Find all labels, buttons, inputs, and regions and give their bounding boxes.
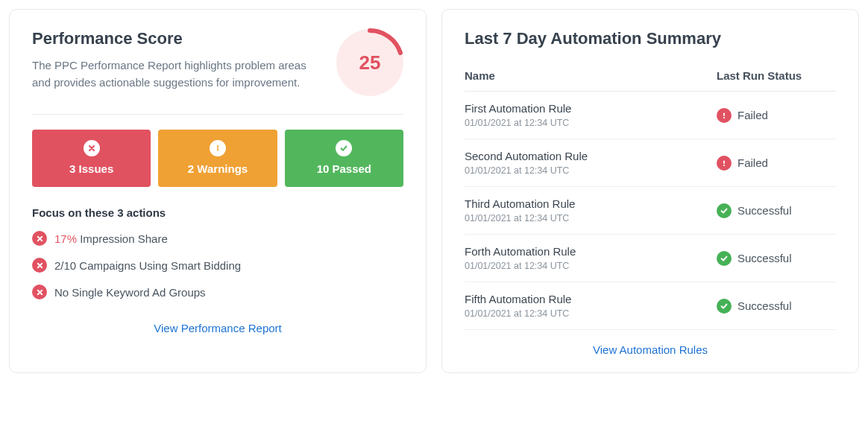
automation-rule-name: First Automation Rule <box>465 102 717 115</box>
performance-header: Performance Score The PPC Performance Re… <box>32 29 403 96</box>
svg-rect-2 <box>723 112 725 116</box>
focus-action-text: 17% Impression Share <box>54 232 168 245</box>
automation-title: Last 7 Day Automation Summary <box>465 29 836 48</box>
automation-rule-name: Second Automation Rule <box>465 150 717 162</box>
performance-description: The PPC Performance Report highlights pr… <box>32 57 324 91</box>
focus-action-text: 2/10 Campaigns Using Smart Bidding <box>54 259 241 272</box>
automation-row: Third Automation Rule 01/01/2021 at 12:3… <box>465 187 836 235</box>
automation-rule-timestamp: 01/01/2021 at 12:34 UTC <box>465 261 717 271</box>
svg-rect-1 <box>217 147 218 150</box>
issues-label: 3 Issues <box>69 162 113 175</box>
focus-actions-list: 17% Impression Share 2/10 Campaigns Usin… <box>32 231 403 299</box>
automation-row: First Automation Rule 01/01/2021 at 12:3… <box>465 92 836 139</box>
status-label: Successful <box>738 252 792 264</box>
status-success-icon <box>717 203 732 218</box>
warnings-tile[interactable]: 2 Warnings <box>158 130 277 187</box>
automation-table-header: Name Last Run Status <box>465 69 836 92</box>
automation-rule-timestamp: 01/01/2021 at 12:34 UTC <box>465 165 717 176</box>
performance-score-card: Performance Score The PPC Performance Re… <box>9 9 427 373</box>
automation-row: Forth Automation Rule 01/01/2021 at 12:3… <box>465 235 836 282</box>
automation-rule-name: Forth Automation Rule <box>465 245 717 258</box>
focus-action-item: No Single Keyword Ad Groups <box>32 285 403 299</box>
automation-summary-card: Last 7 Day Automation Summary Name Last … <box>441 9 859 373</box>
divider <box>32 114 403 115</box>
status-label: Successful <box>738 204 792 217</box>
automation-rule-name: Third Automation Rule <box>465 197 717 210</box>
issues-tile[interactable]: 3 Issues <box>32 130 151 187</box>
passed-icon <box>336 140 352 156</box>
performance-score-badge: 25 <box>336 29 403 96</box>
cross-icon <box>32 231 47 246</box>
focus-action-item: 17% Impression Share <box>32 231 403 246</box>
view-automation-rules-link[interactable]: View Automation Rules <box>465 343 836 356</box>
passed-tile[interactable]: 10 Passed <box>285 130 403 187</box>
svg-point-5 <box>723 164 725 165</box>
focus-action-text: No Single Keyword Ad Groups <box>54 286 206 299</box>
score-breakdown: 3 Issues 2 Warnings 10 Passed <box>32 130 403 187</box>
status-failed-icon <box>717 108 732 123</box>
warnings-label: 2 Warnings <box>188 162 248 175</box>
automation-rule-name: Fifth Automation Rule <box>465 293 717 305</box>
cross-icon <box>32 285 47 299</box>
passed-label: 10 Passed <box>317 162 371 175</box>
status-success-icon <box>717 299 732 314</box>
cross-icon <box>32 258 47 273</box>
automation-rule-timestamp: 01/01/2021 at 12:34 UTC <box>465 308 717 319</box>
status-label: Failed <box>738 156 768 169</box>
svg-point-0 <box>217 145 218 147</box>
automation-row: Second Automation Rule 01/01/2021 at 12:… <box>465 139 836 187</box>
status-failed-icon <box>717 156 732 171</box>
column-header-name: Name <box>465 69 717 82</box>
status-label: Failed <box>738 109 768 121</box>
performance-title: Performance Score <box>32 29 324 48</box>
focus-title: Focus on these 3 actions <box>32 206 403 219</box>
view-performance-report-link[interactable]: View Performance Report <box>32 322 403 334</box>
score-arc-icon <box>333 26 406 99</box>
column-header-status: Last Run Status <box>717 69 836 82</box>
svg-rect-4 <box>723 160 725 164</box>
svg-point-3 <box>723 116 725 118</box>
status-success-icon <box>717 251 732 266</box>
warnings-icon <box>210 140 226 156</box>
status-label: Successful <box>738 299 792 312</box>
automation-row: Fifth Automation Rule 01/01/2021 at 12:3… <box>465 282 836 330</box>
automation-rule-timestamp: 01/01/2021 at 12:34 UTC <box>465 118 717 128</box>
issues-icon <box>84 140 100 156</box>
automation-rule-timestamp: 01/01/2021 at 12:34 UTC <box>465 213 717 223</box>
focus-action-item: 2/10 Campaigns Using Smart Bidding <box>32 258 403 273</box>
